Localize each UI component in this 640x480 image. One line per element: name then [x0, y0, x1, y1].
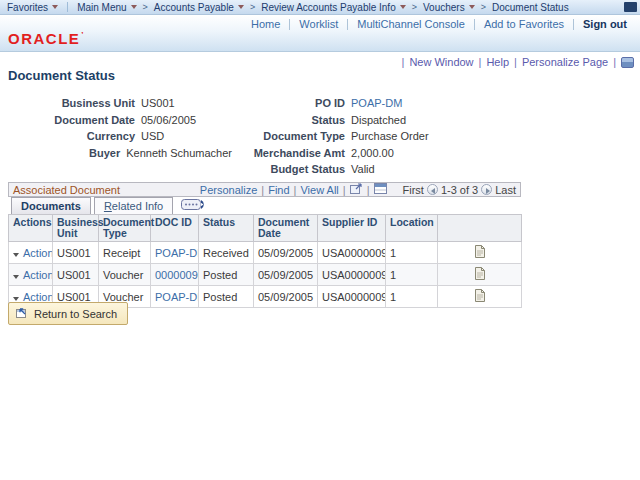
toolbar-divider: |	[261, 184, 264, 196]
toolbar-divider: |	[343, 184, 346, 196]
col-status[interactable]: Status	[199, 215, 254, 242]
favorites-menu[interactable]: Favorites	[3, 2, 62, 13]
oracle-logo: ORACLE	[8, 30, 85, 47]
status-value: Dispatched	[351, 114, 406, 126]
doc-id-link[interactable]: 00000098	[155, 269, 199, 281]
breadcrumb-document-status: Document Status	[488, 2, 573, 13]
cell-location: 1	[386, 286, 438, 308]
col-business-unit[interactable]: Business Unit	[53, 215, 99, 242]
first-label: First	[403, 184, 424, 196]
home-link[interactable]: Home	[242, 18, 289, 30]
sign-out-link[interactable]: Sign out	[574, 18, 636, 30]
view-all-link[interactable]: View All	[300, 184, 338, 196]
col-location[interactable]: Location	[386, 215, 438, 242]
utility-divider	[613, 56, 616, 68]
row-actions-link[interactable]: Actions	[23, 269, 53, 281]
personalize-grid-link[interactable]: Personalize	[200, 184, 257, 196]
return-to-search-button[interactable]: Return to Search	[8, 302, 128, 325]
col-doc-id[interactable]: DOC ID	[151, 215, 199, 242]
toolbar-divider: |	[294, 184, 297, 196]
breadcrumb-vouchers[interactable]: Vouchers	[419, 2, 479, 13]
document-date-value: 05/06/2005	[141, 114, 196, 126]
dropdown-caret-icon	[52, 5, 58, 9]
breadcrumb-separator-icon	[141, 2, 150, 12]
dropdown-caret-icon	[238, 5, 244, 9]
cell-document-date: 05/09/2005	[254, 286, 318, 308]
breadcrumb-separator-icon	[479, 2, 488, 12]
return-to-search-icon	[15, 306, 28, 321]
personalize-page-link[interactable]: Personalize Page	[522, 56, 608, 68]
cell-location: 1	[386, 264, 438, 286]
cell-supplier-id: USA0000009	[318, 264, 386, 286]
table-header-row: Actions Business Unit Document Type DOC …	[9, 215, 522, 242]
document-status-page: Favorites Main Menu Accounts Payable Rev…	[0, 0, 640, 480]
cell-document-date: 05/09/2005	[254, 242, 318, 264]
utility-divider	[514, 56, 517, 68]
breadcrumb-separator-icon	[410, 2, 419, 12]
breadcrumb-corner-icon[interactable]	[624, 2, 637, 12]
utility-divider	[402, 56, 405, 68]
page-title: Document Status	[8, 68, 115, 83]
multichannel-console-link[interactable]: MultiChannel Console	[348, 18, 474, 30]
dropdown-caret-icon	[400, 5, 406, 9]
cell-supplier-id: USA0000009	[318, 286, 386, 308]
download-grid-icon[interactable]	[374, 183, 387, 196]
actions-caret-icon[interactable]	[13, 253, 19, 257]
row-actions-link[interactable]: Actions	[23, 291, 53, 303]
table-row: Actions US001 Voucher 00000098 Posted 05…	[9, 264, 522, 286]
personalize-layout-icon[interactable]	[621, 57, 634, 68]
utility-links: New Window Help Personalize Page	[402, 56, 634, 68]
document-type-label: Document Type	[232, 130, 345, 142]
breadcrumb-divider	[67, 2, 68, 12]
merchandise-amt-value: 2,000.00	[351, 147, 394, 159]
cell-status: Received	[199, 242, 254, 264]
view-document-icon[interactable]	[475, 248, 485, 260]
view-document-icon[interactable]	[475, 292, 485, 304]
favorites-label: Favorites	[7, 2, 48, 13]
col-actions[interactable]: Actions	[9, 215, 53, 242]
business-unit-label: Business Unit	[8, 97, 135, 109]
breadcrumb-main-menu[interactable]: Main Menu	[73, 2, 140, 13]
breadcrumb-review-ap-info[interactable]: Review Accounts Payable Info	[257, 2, 410, 13]
previous-page-icon[interactable]	[427, 184, 438, 195]
grid-toolbar: Personalize | Find | View All | | First	[200, 183, 516, 196]
cell-document-type: Voucher	[99, 264, 151, 286]
row-range: 1-3 of 3	[441, 184, 478, 196]
next-page-icon[interactable]	[481, 184, 492, 195]
grid-pagination: First 1-3 of 3 Last	[403, 184, 517, 196]
page-header: Home Worklist MultiChannel Console Add t…	[0, 15, 640, 52]
business-unit-value: US001	[141, 97, 175, 109]
col-document-date[interactable]: Document Date	[254, 215, 318, 242]
doc-id-link[interactable]: POAP-DM	[155, 247, 199, 259]
actions-caret-icon[interactable]	[13, 297, 19, 301]
add-to-favorites-link[interactable]: Add to Favorites	[475, 18, 573, 30]
breadcrumb: Favorites Main Menu Accounts Payable Rev…	[0, 0, 640, 15]
utility-divider	[479, 56, 482, 68]
zoom-grid-icon[interactable]	[350, 183, 363, 196]
tab-related-info[interactable]: Related Info	[94, 197, 173, 214]
find-link[interactable]: Find	[268, 184, 289, 196]
cell-business-unit: US001	[53, 242, 99, 264]
actions-caret-icon[interactable]	[13, 275, 19, 279]
new-window-link[interactable]: New Window	[409, 56, 473, 68]
worklist-link[interactable]: Worklist	[290, 18, 347, 30]
currency-value: USD	[141, 130, 164, 142]
po-id-link[interactable]: POAP-DM	[351, 97, 402, 109]
col-document-type[interactable]: Document Type	[99, 215, 151, 242]
tab-documents[interactable]: Documents	[11, 197, 91, 214]
buyer-label: Buyer	[8, 147, 120, 159]
show-all-columns-icon[interactable]	[181, 198, 205, 213]
row-actions-link[interactable]: Actions	[23, 247, 53, 259]
page-content: New Window Help Personalize Page Documen…	[0, 52, 640, 480]
currency-label: Currency	[8, 130, 135, 142]
return-to-search-label: Return to Search	[34, 308, 117, 320]
po-id-label: PO ID	[232, 97, 345, 109]
table-row: Actions US001 Receipt POAP-DM Received 0…	[9, 242, 522, 264]
breadcrumb-accounts-payable[interactable]: Accounts Payable	[150, 2, 248, 13]
cell-status: Posted	[199, 264, 254, 286]
doc-id-link[interactable]: POAP-DM	[155, 291, 199, 303]
summary-fields-left: Business Unit US001 Document Date 05/06/…	[8, 97, 232, 180]
col-supplier-id[interactable]: Supplier ID	[318, 215, 386, 242]
view-document-icon[interactable]	[475, 270, 485, 282]
help-link[interactable]: Help	[486, 56, 509, 68]
